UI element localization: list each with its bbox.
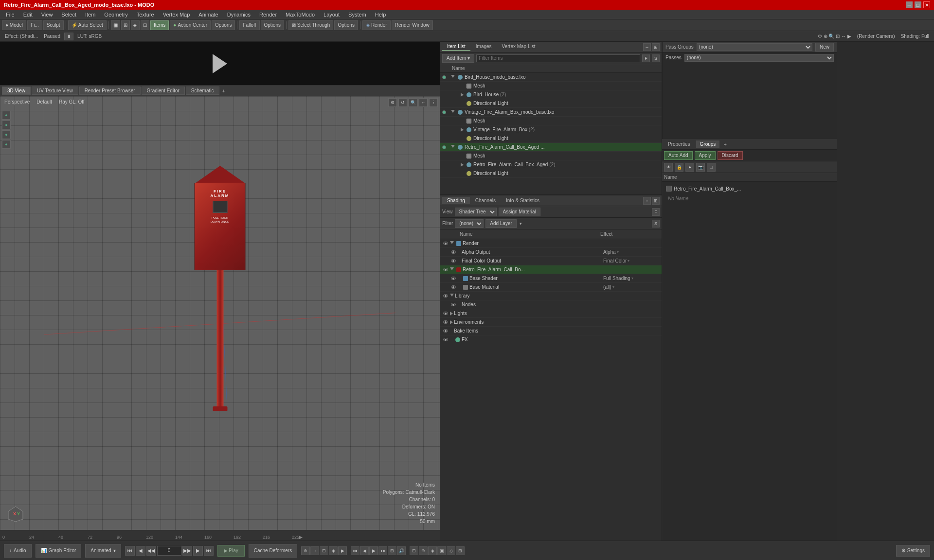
item-list-icon-2[interactable]: ⊞ — [652, 43, 660, 51]
sr-eye-6[interactable] — [450, 284, 457, 291]
viewport-vis-icon-2[interactable]: ● — [2, 121, 11, 129]
options-button-2[interactable]: Options — [261, 20, 284, 30]
maximize-button[interactable]: □ — [915, 1, 921, 8]
sb-icon-1[interactable]: ⊕ — [301, 546, 310, 555]
sr-eye-12[interactable] — [442, 336, 449, 343]
audio-button[interactable]: ♪ Audio — [4, 544, 32, 558]
sr-eye-7[interactable] — [442, 293, 449, 299]
list-item[interactable]: Directional Light — [440, 99, 662, 108]
filter-items-f[interactable]: F — [642, 54, 650, 62]
render-button[interactable]: ◈ Render — [362, 20, 391, 30]
toolbar-icon-1[interactable]: ▣ — [111, 20, 120, 30]
shading-icon-1[interactable]: ↔ — [643, 197, 651, 205]
sb-icon-9[interactable]: ⏭ — [378, 546, 387, 555]
graph-editor-button[interactable]: 📊 Graph Editor — [36, 544, 82, 558]
mode-sculpt-button[interactable]: Sculpt — [43, 20, 64, 30]
cache-deformers-button[interactable]: Cache Deformers — [249, 544, 297, 558]
shading-f-icon[interactable]: F — [652, 208, 660, 216]
tab-images[interactable]: Images — [471, 43, 497, 51]
tab-groups[interactable]: Groups — [696, 140, 720, 148]
viewport-icon-reset[interactable]: ↺ — [398, 98, 407, 107]
toolbar-icon-4[interactable]: ⊡ — [141, 20, 149, 30]
sr-expand-10[interactable] — [450, 320, 453, 324]
timeline[interactable]: 0 24 48 72 96 120 144 168 192 216 225▶ — [0, 530, 440, 541]
sr-eye-10[interactable] — [442, 319, 449, 326]
list-item[interactable]: Vintage_Fire_Alarm_Box (2) — [440, 125, 662, 134]
viewport-icon-search[interactable]: 🔍 — [409, 98, 417, 107]
list-item[interactable]: Mesh — [440, 82, 662, 90]
viewport-icon-more[interactable]: ⋮ — [429, 98, 438, 107]
settings-button[interactable]: ⚙ Settings — [896, 545, 930, 557]
list-item[interactable]: Directional Light — [440, 134, 662, 143]
sr-eye-11[interactable] — [442, 328, 449, 334]
menu-help[interactable]: Help — [371, 11, 390, 18]
menu-layout[interactable]: Layout — [320, 11, 343, 18]
add-item-button[interactable]: Add Item ▾ — [442, 54, 474, 63]
sr-eye-4[interactable] — [442, 266, 449, 273]
view-select[interactable]: Shader Tree — [455, 208, 497, 216]
sb-icon-2[interactable]: ↔ — [310, 546, 319, 555]
options-button-1[interactable]: Options — [212, 20, 235, 30]
toolbar-icon-3[interactable]: ◈ — [131, 20, 140, 30]
sr-expand-7[interactable] — [450, 294, 454, 298]
tab-render-preset[interactable]: Render Preset Browser — [79, 87, 141, 95]
transport-play-fwd[interactable]: ▶▶ — [182, 546, 192, 556]
sb-icon-17[interactable]: ⊞ — [456, 546, 465, 555]
transport-play-back[interactable]: ◀◀ — [146, 546, 156, 556]
tab-properties[interactable]: Properties — [664, 140, 694, 148]
menu-texture[interactable]: Texture — [133, 11, 158, 18]
shader-row[interactable]: Render — [440, 239, 662, 248]
expand-icon-5[interactable] — [451, 110, 455, 115]
menu-edit[interactable]: Edit — [19, 11, 36, 18]
sr-eye-8[interactable] — [450, 301, 457, 308]
sb-icon-13[interactable]: ⊕ — [419, 546, 428, 555]
groups-icon-square[interactable]: □ — [707, 163, 716, 172]
groups-icon-eye[interactable]: 👁 — [664, 163, 673, 172]
tab-item-list[interactable]: Item List — [442, 43, 470, 51]
sb-icon-6[interactable]: ⏮ — [351, 546, 359, 555]
groups-icon-dot[interactable]: ● — [685, 163, 694, 172]
group-item[interactable]: Retro_Fire_Alarm_Call_Box_... — [664, 184, 835, 193]
add-layer-button[interactable]: Add Layer — [485, 219, 517, 228]
menu-system[interactable]: System — [344, 11, 370, 18]
sb-icon-16[interactable]: ◇ — [447, 546, 455, 555]
menu-item[interactable]: Item — [81, 11, 99, 18]
shading-s-icon[interactable]: S — [652, 220, 660, 228]
item-list-icon-1[interactable]: ↔ — [643, 43, 651, 51]
list-item[interactable]: Mesh — [440, 152, 662, 160]
sb-icon-10[interactable]: ⊞ — [388, 546, 396, 555]
items-button[interactable]: Items — [150, 20, 169, 30]
tab-add-icon[interactable]: + — [721, 141, 728, 147]
auto-add-button[interactable]: Auto Add — [664, 151, 693, 160]
menu-select[interactable]: Select — [57, 11, 80, 18]
transport-prev-start[interactable]: ⏮ — [125, 546, 135, 556]
close-button[interactable]: ✕ — [923, 1, 930, 8]
discard-button[interactable]: Discard — [718, 151, 743, 160]
viewport-vis-icon-4[interactable]: ● — [2, 140, 11, 149]
shader-row[interactable]: Bake Items — [440, 327, 662, 335]
shader-row[interactable]: Alpha Output Alpha ▾ — [440, 248, 662, 257]
menu-render[interactable]: Render — [255, 11, 281, 18]
sr-eye-9[interactable] — [442, 310, 449, 317]
filter-items-s[interactable]: S — [652, 54, 660, 62]
sr-expand-4[interactable] — [450, 267, 454, 272]
sr-expand-1[interactable] — [450, 241, 454, 246]
passes-select[interactable]: (none) — [684, 54, 834, 62]
expand-icon-9[interactable] — [451, 145, 455, 150]
menu-view[interactable]: View — [37, 11, 57, 18]
transport-prev-frame[interactable]: ◀ — [136, 546, 145, 556]
sb-icon-14[interactable]: ◈ — [428, 546, 437, 555]
menu-animate[interactable]: Animate — [195, 11, 222, 18]
shader-row[interactable]: FX — [440, 335, 662, 344]
mode-model-button[interactable]: ● Model — [2, 20, 26, 30]
animated-button[interactable]: Animated ▾ — [85, 544, 121, 558]
sb-icon-7[interactable]: ◀ — [360, 546, 369, 555]
viewport-icon-expand[interactable]: ↔ — [419, 98, 428, 107]
minimize-button[interactable]: ─ — [906, 1, 913, 8]
toolbar-icon-2[interactable]: ⊞ — [121, 20, 130, 30]
expand-icon-7[interactable] — [461, 128, 464, 132]
play-button[interactable]: ▶ Play — [217, 545, 245, 557]
sb-icon-8[interactable]: ▶ — [369, 546, 378, 555]
list-item[interactable]: Vintage_Fire_Alarm_Box_modo_base.lxo — [440, 108, 662, 117]
shader-row[interactable]: Lights — [440, 309, 662, 318]
